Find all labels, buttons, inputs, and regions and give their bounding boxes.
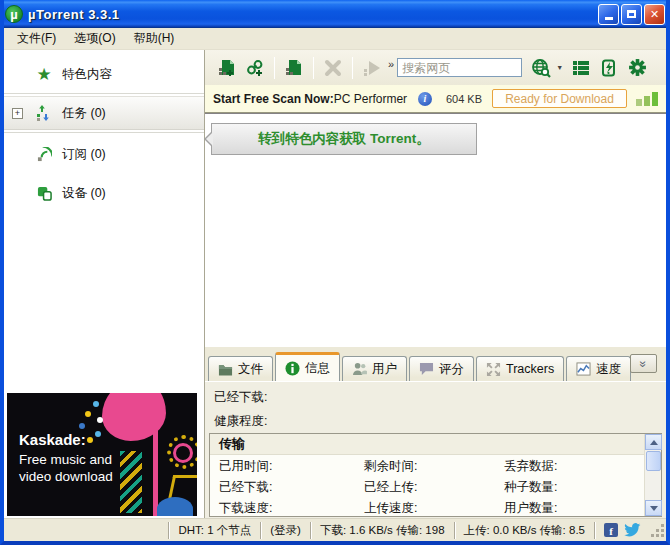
users-icon bbox=[352, 362, 367, 376]
ad-art-dots bbox=[93, 401, 99, 407]
kaskade-ad[interactable]: Kaskade: Free music and video download bbox=[7, 393, 197, 516]
tab-speed[interactable]: 速度 bbox=[566, 356, 631, 381]
uploaded-label: 已经上传: bbox=[364, 479, 504, 496]
gear-icon bbox=[628, 58, 647, 77]
scroll-up-button[interactable] bbox=[645, 434, 662, 450]
scrollbar-thumb[interactable] bbox=[646, 451, 661, 471]
tab-ratings[interactable]: 评分 bbox=[409, 356, 474, 381]
star-icon: ★ bbox=[36, 66, 51, 83]
menu-help[interactable]: 帮助(H) bbox=[125, 27, 184, 50]
tab-peers[interactable]: 用户 bbox=[342, 356, 407, 381]
sponsored-banner[interactable]: Start Free Scan Now: PC Performer i 604 … bbox=[205, 85, 666, 113]
downloaded-label: 已经下载: bbox=[219, 479, 364, 496]
sidebar-divider bbox=[4, 93, 204, 94]
close-icon: ✕ bbox=[650, 8, 659, 21]
facebook-icon[interactable]: f bbox=[604, 523, 618, 537]
tab-files[interactable]: 文件 bbox=[208, 356, 273, 381]
title-bar[interactable]: µ µTorrent 3.3.1 ✕ bbox=[0, 0, 670, 28]
arrow-up-icon bbox=[650, 440, 658, 445]
sidebar-item-feeds[interactable]: 订阅 (0) bbox=[4, 135, 204, 173]
create-torrent-button[interactable] bbox=[280, 55, 308, 81]
remote-device-button[interactable] bbox=[595, 55, 623, 81]
toolbar-overflow-icon[interactable]: » bbox=[388, 58, 393, 70]
transfer-section: 传输 已用时间: 剩余时间: 丢弃数据: 已经下载: 已经上传: 种子数量: 下… bbox=[209, 433, 662, 517]
collapse-panel-button[interactable]: » bbox=[630, 354, 657, 373]
maximize-icon bbox=[627, 10, 636, 18]
sidebar-item-label: 设备 (0) bbox=[62, 185, 106, 202]
sidebar: ★ 特色内容 + 任务 (0) bbox=[4, 50, 205, 518]
upload-speed-label: 上传速度: bbox=[364, 500, 504, 517]
detail-view-button[interactable] bbox=[567, 55, 595, 81]
info-panel: 已经下载: 健康程度: 传输 已用时间: 剩余时间: 丢弃数据: 已经下载: 已… bbox=[205, 381, 666, 518]
sidebar-item-label: 任务 (0) bbox=[62, 105, 106, 122]
twitter-icon[interactable] bbox=[624, 523, 641, 537]
transfer-section-title: 传输 bbox=[210, 434, 661, 455]
vertical-scrollbar[interactable] bbox=[644, 434, 661, 516]
menu-bar: 文件(F) 选项(O) 帮助(H) bbox=[4, 28, 666, 50]
devices-icon bbox=[34, 186, 54, 201]
speech-bubble-icon bbox=[419, 362, 434, 376]
add-link-button[interactable] bbox=[241, 55, 269, 81]
sidebar-item-featured[interactable]: ★ 特色内容 bbox=[4, 57, 204, 91]
speed-chart-icon bbox=[576, 362, 591, 376]
menu-options[interactable]: 选项(O) bbox=[65, 27, 124, 50]
downloaded-label: 已经下载: bbox=[214, 389, 267, 406]
info-icon bbox=[285, 361, 300, 376]
expand-plus-icon[interactable]: + bbox=[12, 108, 23, 119]
toolbar-divider bbox=[274, 57, 275, 79]
status-bar: DHT: 1 个节点 (登录) 下载: 1.6 KB/s 传输: 198 上传:… bbox=[4, 518, 666, 541]
resize-grip[interactable] bbox=[652, 522, 666, 539]
info-icon[interactable]: i bbox=[418, 92, 432, 106]
add-torrent-icon bbox=[218, 59, 236, 77]
close-button[interactable]: ✕ bbox=[644, 4, 665, 25]
ad-art-trunk bbox=[153, 423, 158, 516]
signal-bars-icon bbox=[636, 92, 658, 106]
trackers-arrows-icon bbox=[486, 362, 501, 377]
maximize-button[interactable] bbox=[621, 4, 642, 25]
transfer-grid: 已用时间: 剩余时间: 丢弃数据: 已经下载: 已经上传: 种子数量: 下载速度… bbox=[210, 456, 644, 516]
remove-button[interactable] bbox=[319, 55, 347, 81]
minimize-icon bbox=[605, 17, 613, 20]
sidebar-item-torrents[interactable]: + 任务 (0) bbox=[4, 96, 204, 130]
search-input[interactable] bbox=[397, 58, 522, 77]
sidebar-item-label: 订阅 (0) bbox=[62, 146, 106, 163]
sidebar-divider bbox=[4, 132, 204, 133]
menu-file[interactable]: 文件(F) bbox=[8, 27, 65, 50]
settings-button[interactable] bbox=[623, 55, 651, 81]
up-down-arrows-icon bbox=[34, 105, 54, 121]
status-upload: 上传: 0.0 KB/s 传输: 8.5 bbox=[454, 522, 594, 539]
add-torrent-button[interactable] bbox=[213, 55, 241, 81]
start-icon bbox=[363, 59, 381, 77]
ad-line1: Free music and bbox=[19, 451, 113, 468]
detail-tab-bar: 文件 信息 用户 评分 Trackers bbox=[205, 347, 666, 381]
seeds-label: 种子数量: bbox=[504, 479, 644, 496]
list-view-icon bbox=[572, 59, 590, 77]
search-web-globe-icon bbox=[531, 58, 551, 78]
search-web-button[interactable] bbox=[527, 55, 555, 81]
tab-info[interactable]: 信息 bbox=[275, 352, 340, 381]
start-button[interactable] bbox=[358, 55, 386, 81]
ad-title: Kaskade: bbox=[19, 431, 113, 448]
sidebar-item-label: 特色内容 bbox=[62, 66, 112, 83]
tab-trackers[interactable]: Trackers bbox=[476, 356, 564, 381]
banner-lead: Start Free Scan Now: bbox=[213, 92, 334, 106]
ready-for-download-button[interactable]: Ready for Download bbox=[492, 89, 627, 108]
toolbar-divider bbox=[352, 57, 353, 79]
sidebar-item-devices[interactable]: 设备 (0) bbox=[4, 173, 204, 213]
banner-size: 604 KB bbox=[446, 93, 482, 105]
utorrent-logo-icon: µ bbox=[5, 5, 23, 23]
remove-icon bbox=[324, 59, 342, 77]
banner-product: PC Performer bbox=[334, 92, 407, 106]
status-dht: DHT: 1 个节点 bbox=[168, 522, 260, 539]
search-dropdown-caret-icon[interactable]: ▼ bbox=[556, 64, 563, 71]
scroll-down-button[interactable] bbox=[645, 500, 662, 516]
add-link-icon bbox=[246, 59, 264, 77]
ad-art-ring-inner bbox=[173, 443, 193, 463]
minimize-button[interactable] bbox=[598, 4, 619, 25]
peers-label: 用户数量: bbox=[504, 500, 644, 517]
toolbar-divider bbox=[313, 57, 314, 79]
remote-device-icon bbox=[600, 59, 618, 77]
torrent-list-area[interactable]: 转到特色内容获取 Torrent。 bbox=[205, 113, 666, 347]
ad-line2: video download bbox=[19, 468, 113, 485]
ad-art-hill bbox=[157, 497, 193, 516]
